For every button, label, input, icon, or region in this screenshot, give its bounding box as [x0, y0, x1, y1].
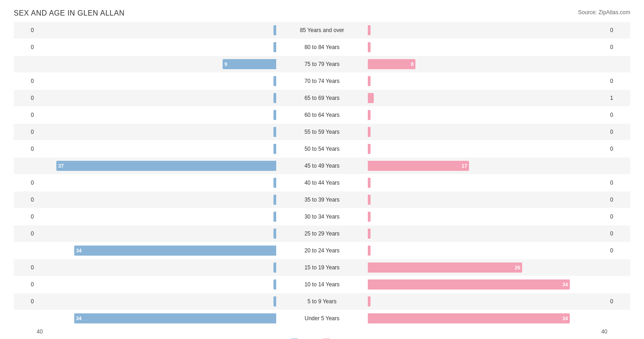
male-bar-wrap — [37, 296, 276, 306]
axis-labels: 40 40 — [14, 328, 630, 335]
female-bar-wrap: 34 — [368, 279, 607, 290]
male-bar-wrap — [37, 279, 276, 290]
female-value-right: 0 — [607, 129, 630, 135]
female-bar — [368, 93, 374, 103]
female-value-right: 0 — [607, 180, 630, 186]
male-value-left: 0 — [14, 112, 37, 118]
chart-row: 0 50 to 54 Years 0 — [14, 141, 630, 157]
chart-row: 0 65 to 69 Years 1 — [14, 90, 630, 106]
female-value-right: 1 — [607, 95, 630, 101]
chart-row: 0 70 to 74 Years 0 — [14, 73, 630, 89]
age-label: 15 to 19 Years — [276, 264, 368, 271]
male-value-left: 0 — [14, 213, 37, 220]
chart-row: 0 15 to 19 Years 26 — [14, 259, 630, 276]
female-value-right: 0 — [607, 27, 630, 33]
male-value-left: 0 — [14, 146, 37, 152]
male-bar-wrap — [37, 127, 276, 137]
female-bar-wrap: 26 — [368, 262, 607, 273]
bars-section: 15 to 19 Years 26 — [37, 262, 607, 273]
age-label: 10 to 14 Years — [276, 281, 368, 288]
chart-row: 0 25 to 29 Years 0 — [14, 225, 630, 242]
female-value-right: 0 — [607, 78, 630, 84]
bars-section: 5 to 9 Years — [37, 296, 607, 306]
male-bar-wrap — [37, 42, 276, 52]
male-value-left: 0 — [14, 27, 37, 33]
age-label: Under 5 Years — [276, 315, 368, 322]
male-value-left: 0 — [14, 129, 37, 135]
age-label: 55 to 59 Years — [276, 129, 368, 135]
female-bar-wrap: 34 — [368, 313, 607, 323]
male-value-left: 0 — [14, 197, 37, 203]
female-bar-wrap — [368, 212, 607, 222]
chart-row: 9 75 to 79 Years 8 — [14, 56, 630, 72]
female-bar — [368, 296, 371, 306]
female-bar-wrap — [368, 110, 607, 120]
male-bar-value: 34 — [74, 316, 83, 321]
female-value-right: 0 — [607, 247, 630, 254]
female-bar-wrap — [368, 246, 607, 256]
female-bar — [368, 42, 371, 52]
female-bar — [368, 110, 371, 120]
age-label: 60 to 64 Years — [276, 112, 368, 118]
male-bar-wrap: 9 — [37, 59, 276, 69]
female-value-right: 0 — [607, 146, 630, 152]
axis-left-label: 40 — [14, 328, 43, 335]
male-bar-wrap — [37, 25, 276, 35]
male-bar-wrap — [37, 93, 276, 103]
female-bar: 34 — [368, 313, 570, 323]
male-bar-wrap — [37, 262, 276, 273]
chart-row: 0 30 to 34 Years 0 — [14, 208, 630, 225]
bars-section: 34 Under 5 Years 34 — [37, 313, 607, 323]
age-label: 70 to 74 Years — [276, 78, 368, 84]
chart-area: 0 85 Years and over 0 0 — [14, 22, 630, 327]
female-bar-wrap — [368, 229, 607, 239]
male-bar-wrap: 37 — [37, 161, 276, 171]
male-value-left: 0 — [14, 78, 37, 84]
male-bar-wrap: 34 — [37, 246, 276, 256]
male-value-left: 0 — [14, 95, 37, 101]
female-value-right: 0 — [607, 298, 630, 305]
female-bar-wrap — [368, 42, 607, 52]
female-value-right: 0 — [607, 44, 630, 50]
male-bar: 34 — [74, 246, 276, 256]
bars-section: 35 to 39 Years — [37, 195, 607, 205]
chart-row: 37 45 to 49 Years 17 — [14, 158, 630, 174]
female-bar-value: 17 — [460, 163, 469, 169]
age-label: 45 to 49 Years — [276, 163, 368, 169]
age-label: 75 to 79 Years — [276, 61, 368, 67]
chart-row: 0 60 to 64 Years 0 — [14, 107, 630, 123]
male-bar-wrap — [37, 178, 276, 188]
female-bar-wrap: 8 — [368, 59, 607, 69]
age-label: 85 Years and over — [276, 27, 368, 33]
female-bar-value: 8 — [409, 61, 415, 67]
chart-row: 0 80 to 84 Years 0 — [14, 39, 630, 55]
chart-row: 0 40 to 44 Years 0 — [14, 175, 630, 191]
female-bar-value: 26 — [513, 265, 522, 270]
axis-right-label: 40 — [601, 328, 630, 335]
chart-row: 0 85 Years and over 0 — [14, 22, 630, 38]
male-bar-wrap — [37, 195, 276, 205]
age-label: 65 to 69 Years — [276, 95, 368, 101]
chart-row: 0 55 to 59 Years 0 — [14, 124, 630, 140]
male-bar-value: 9 — [223, 61, 229, 67]
bars-section: 80 to 84 Years — [37, 42, 607, 52]
bars-section: 10 to 14 Years 34 — [37, 279, 607, 290]
male-bar-wrap: 34 — [37, 313, 276, 323]
female-bar: 17 — [368, 161, 469, 171]
bars-section: 85 Years and over — [37, 25, 607, 35]
age-label: 30 to 34 Years — [276, 213, 368, 220]
age-label: 80 to 84 Years — [276, 44, 368, 50]
female-bar — [368, 76, 371, 86]
female-bar: 8 — [368, 59, 415, 69]
female-bar: 26 — [368, 262, 522, 273]
female-bar-value: 34 — [561, 282, 570, 287]
chart-row: 34 Under 5 Years 34 — [14, 310, 630, 327]
female-bar-wrap — [368, 144, 607, 154]
female-bar — [368, 195, 371, 205]
chart-row: 0 10 to 14 Years 34 — [14, 276, 630, 293]
female-bar-wrap — [368, 127, 607, 137]
bars-section: 55 to 59 Years — [37, 127, 607, 137]
bars-section: 65 to 69 Years — [37, 93, 607, 103]
male-bar: 37 — [56, 161, 276, 171]
female-bar-value: 34 — [561, 316, 570, 321]
